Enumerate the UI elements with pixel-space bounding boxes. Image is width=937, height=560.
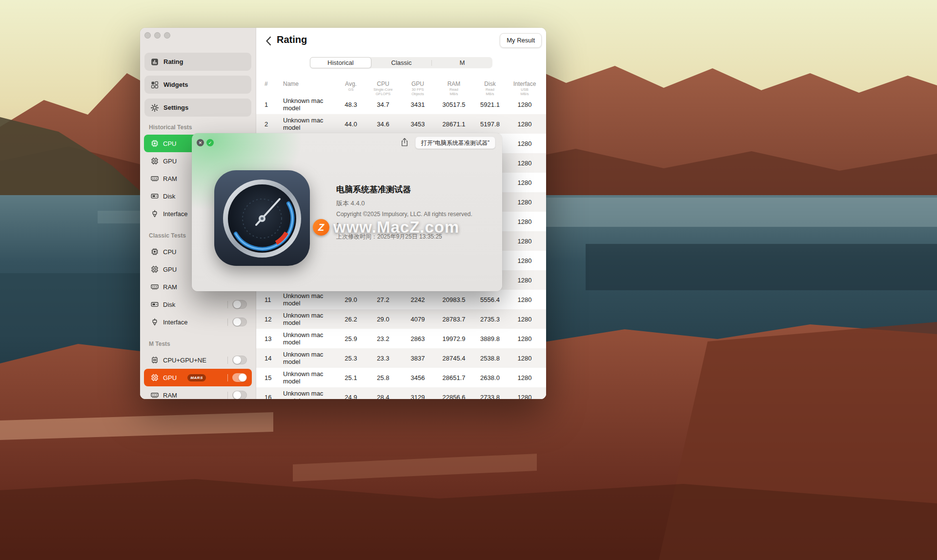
divider: [227, 392, 228, 399]
table-row[interactable]: 14Unknown mac model25.323.3383728745.425…: [256, 348, 546, 368]
divider: [227, 301, 228, 308]
ram-cell: 30517.5: [435, 101, 473, 108]
table-row[interactable]: 2Unknown mac model44.034.6345328671.1519…: [256, 114, 546, 134]
toggle-knob: [233, 318, 241, 326]
ssd-disk-icon: [150, 300, 159, 309]
sidebar-item-label: Disk: [163, 301, 227, 308]
ram-icon: [150, 282, 159, 291]
close-button[interactable]: [144, 32, 151, 39]
gpu-cell: 3129: [401, 394, 435, 400]
app-copyright: Copyright ©2025 Impulsory, LLC. All righ…: [336, 211, 492, 218]
speedometer-app-icon: [213, 169, 311, 267]
table-row[interactable]: 11Unknown mac model29.027.2224220983.555…: [256, 290, 546, 309]
sidebar-item-rating[interactable]: Rating: [144, 53, 251, 71]
sidebar-item-classic-disk[interactable]: Disk: [144, 296, 252, 313]
name-cell: Unknown mac model: [276, 331, 336, 346]
name-cell: Unknown mac model: [276, 117, 336, 131]
disk-cell: 5197.8: [473, 120, 507, 128]
gpu-chip-icon: [150, 157, 159, 165]
sidebar-item-widgets[interactable]: Widgets: [144, 76, 251, 94]
name-cell: Unknown mac model: [276, 370, 336, 385]
ram-cell: 22856.6: [435, 394, 473, 400]
sidebar-item-m-gpu[interactable]: GPU MARS: [144, 369, 252, 386]
dialog-close-icon[interactable]: ✕: [197, 139, 204, 146]
tab-classic[interactable]: Classic: [371, 57, 432, 68]
segmented-control: Historical Classic M: [310, 57, 492, 68]
column-header-cpu: CPU Single-Core GFLOPS: [366, 80, 401, 96]
table-row[interactable]: 16Unknown mac model24.928.4312922856.627…: [256, 387, 546, 399]
sidebar-item-label: Interface: [163, 319, 227, 326]
gpu-cell: 4079: [401, 316, 435, 323]
toggle-knob: [239, 374, 246, 381]
disk-cell: 2735.3: [473, 316, 507, 323]
ssd-disk-icon: [150, 192, 159, 200]
m-ram-toggle[interactable]: [232, 391, 247, 399]
table-row[interactable]: 15Unknown mac model25.125.8345628651.726…: [256, 368, 546, 387]
avg-cell: 25.1: [336, 374, 366, 381]
app-name: 电脑系统基准测试器: [336, 184, 492, 195]
minimize-button[interactable]: [154, 32, 161, 39]
disk-cell: 5556.4: [473, 296, 507, 303]
iface-cell: 1280: [507, 257, 542, 264]
ram-cell: 28783.7: [435, 316, 473, 323]
avg-cell: 26.2: [336, 316, 366, 323]
share-icon[interactable]: [400, 137, 409, 147]
gpu-cell: 3453: [401, 120, 435, 128]
divider: [227, 319, 228, 326]
column-header-interface: Interface USB MB/s: [507, 80, 542, 96]
table-row[interactable]: 13Unknown mac model25.923.2286319972.938…: [256, 329, 546, 348]
tab-historical[interactable]: Historical: [310, 57, 371, 68]
zoom-button[interactable]: [164, 32, 170, 39]
cpu-cell: 29.0: [366, 316, 401, 323]
ram-cell: 20983.5: [435, 296, 473, 303]
classic-interface-toggle[interactable]: [232, 318, 247, 326]
cpu-cell: 27.2: [366, 296, 401, 303]
avg-cell: 24.9: [336, 394, 366, 400]
watermark: Z www.MacZ.com: [313, 218, 459, 237]
cpu-cell: 34.7: [366, 101, 401, 108]
gpu-chip-icon: [150, 265, 159, 274]
section-title-historical-tests: Historical Tests: [149, 124, 247, 131]
dialog-check-icon[interactable]: ✓: [206, 139, 214, 146]
sidebar-item-m-cpu-gpu-ne[interactable]: CPU+GPU+NE: [144, 351, 252, 369]
ram-icon: [150, 174, 159, 183]
column-header-disk: Disk Read MB/s: [473, 80, 507, 96]
column-header-gpu: GPU 30 FPS Objects: [401, 80, 435, 96]
name-cell: Unknown mac model: [276, 97, 336, 112]
back-button[interactable]: [265, 36, 272, 46]
open-app-button[interactable]: 打开“电脑系统基准测试器”: [415, 137, 495, 149]
cpu-chip-icon: [150, 247, 159, 256]
iface-cell: 1280: [507, 296, 542, 303]
iface-cell: 1280: [507, 101, 542, 108]
iface-cell: 1280: [507, 238, 542, 245]
sidebar-item-settings[interactable]: Settings: [144, 99, 251, 117]
iface-cell: 1280: [507, 179, 542, 186]
iface-cell: 1280: [507, 316, 542, 323]
desktop: Rating Widgets Settings Historical Tests…: [0, 0, 937, 560]
sidebar-item-label: RAM: [163, 392, 227, 399]
iface-cell: 1280: [507, 140, 542, 147]
iface-cell: 1280: [507, 355, 542, 362]
table-row[interactable]: 1Unknown mac model48.334.7343130517.5592…: [256, 95, 546, 114]
m-cpu-gpu-ne-toggle[interactable]: [232, 356, 247, 364]
sidebar-item-m-ram[interactable]: RAM: [144, 386, 252, 399]
rank-cell: 2: [256, 120, 276, 128]
rank-cell: 16: [256, 394, 276, 400]
m-gpu-toggle[interactable]: [232, 373, 247, 382]
sidebar-item-classic-interface[interactable]: Interface: [144, 313, 252, 331]
macz-logo-icon: Z: [313, 219, 329, 236]
cpu-cell: 23.2: [366, 335, 401, 342]
watermark-text: www.MacZ.com: [333, 218, 459, 237]
interface-plug-icon: [150, 209, 159, 218]
table-header: # Name Avg. GS CPU Single-Core GFLOPS GP…: [256, 77, 546, 96]
about-dialog: ✕ ✓ 打开“电脑系统基准测试器”: [192, 133, 502, 291]
widgets-icon: [150, 80, 159, 89]
classic-disk-toggle[interactable]: [232, 300, 247, 309]
my-result-button[interactable]: My Result: [500, 33, 542, 48]
page-title: Rating: [277, 34, 307, 45]
name-cell: Unknown mac model: [276, 292, 336, 307]
rank-cell: 1: [256, 101, 276, 108]
table-row[interactable]: 12Unknown mac model26.229.0407928783.727…: [256, 309, 546, 329]
gpu-cell: 2863: [401, 335, 435, 342]
tab-m[interactable]: M: [432, 57, 492, 68]
